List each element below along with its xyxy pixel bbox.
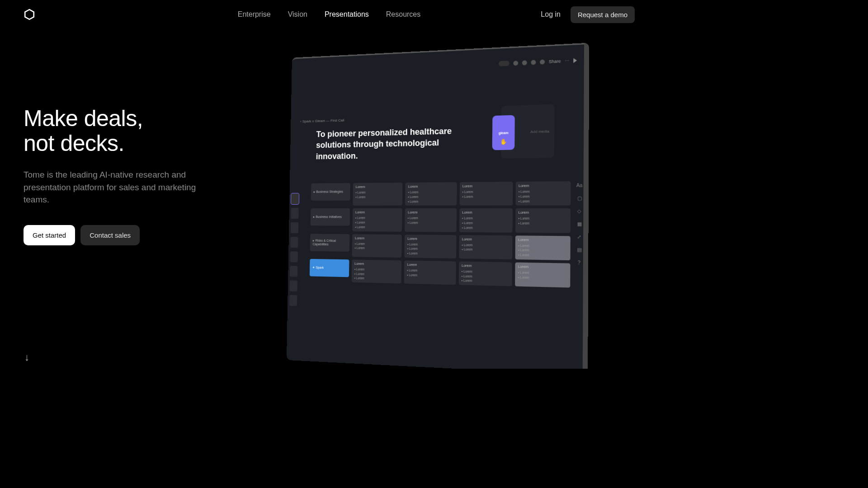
- hero-headline: Make deals, not decks.: [24, 106, 213, 156]
- grid-cell[interactable]: LoremLoremLoremLorem: [352, 208, 402, 231]
- hero-subhead: Tome is the leading AI-native research a…: [24, 169, 213, 206]
- row-label[interactable]: ▸ Business Strategies: [311, 183, 350, 201]
- strategy-grid: ▸ Business StrategiesLoremLoremLoremLore…: [309, 181, 571, 291]
- logo[interactable]: [24, 9, 35, 20]
- thumb[interactable]: [289, 280, 297, 291]
- device-mockup: Share ⋯ Spark x Gleam — First Call To pi…: [287, 43, 589, 369]
- breadcrumb[interactable]: Spark x Gleam — First Call: [300, 118, 344, 124]
- nav-links: Enterprise Vision Presentations Resource…: [238, 10, 421, 19]
- row-label[interactable]: ▸ Risks & Critical Capabilities: [310, 234, 350, 252]
- login-link[interactable]: Log in: [541, 10, 561, 19]
- grid-cell[interactable]: LoremLoremLorem: [515, 208, 571, 233]
- thumb[interactable]: [289, 295, 297, 306]
- grid-cell[interactable]: LoremLoremLoremLorem: [459, 208, 512, 232]
- grid-cell[interactable]: LoremLoremLorem: [353, 183, 402, 206]
- media-slot[interactable]: gleam ✋ Add media: [501, 104, 555, 159]
- right-toolbar: Aa ▢ ◇ ▦ ⤢ ▤ ?: [576, 182, 582, 266]
- slide-title: To pioneer personalized healthcare solut…: [316, 125, 466, 162]
- topbar-icon: [531, 60, 536, 65]
- slide-thumbnails: [289, 193, 303, 306]
- nav-link-resources[interactable]: Resources: [386, 10, 420, 19]
- topbar-icon: [522, 60, 527, 65]
- grab-cursor-icon: ✋: [500, 138, 507, 145]
- request-demo-button[interactable]: Request a demo: [571, 6, 635, 23]
- text-tool-icon[interactable]: Aa: [576, 182, 583, 188]
- topbar-icon: [540, 59, 545, 64]
- hero-headline-line2: not decks.: [24, 131, 124, 156]
- nav-link-vision[interactable]: Vision: [288, 10, 307, 19]
- nav-link-presentations[interactable]: Presentations: [325, 10, 369, 19]
- contact-sales-button[interactable]: Contact sales: [80, 225, 140, 245]
- grid-tool-icon[interactable]: ▤: [576, 247, 582, 253]
- table-tool-icon[interactable]: ▦: [576, 221, 582, 226]
- grid-cell[interactable]: LoremLoremLorem: [352, 234, 402, 258]
- get-started-button[interactable]: Get started: [24, 225, 75, 245]
- grid-cell[interactable]: LoremLoremLorem: [515, 262, 571, 287]
- row-label[interactable]: ▸ Business Initiatives: [311, 208, 350, 226]
- grid-cell[interactable]: LoremLoremLoremLorem: [515, 235, 571, 260]
- hero-cta: Get started Contact sales: [24, 225, 213, 245]
- scroll-down-icon[interactable]: ↓: [24, 352, 29, 363]
- grid-cell[interactable]: LoremLoremLorem: [405, 208, 456, 232]
- thumb[interactable]: [290, 251, 298, 262]
- grid-cell[interactable]: LoremLoremLoremLorem: [405, 235, 456, 258]
- grid-cell[interactable]: LoremLoremLorem: [459, 182, 513, 206]
- grid-cell[interactable]: LoremLoremLorem: [404, 260, 456, 285]
- app-topbar: Share ⋯: [499, 57, 577, 66]
- grid-cell[interactable]: LoremLoremLoremLorem: [405, 182, 457, 206]
- add-media-label: Add media: [530, 129, 549, 134]
- top-nav: Enterprise Vision Presentations Resource…: [0, 0, 658, 29]
- thumb[interactable]: [291, 208, 298, 219]
- hero-headline-line1: Make deals,: [24, 106, 143, 131]
- app-screenshot: Share ⋯ Spark x Gleam — First Call To pi…: [287, 44, 584, 369]
- grid-cell[interactable]: LoremLoremLoremLorem: [458, 261, 512, 286]
- thumb[interactable]: [290, 266, 297, 277]
- topbar-icon: [513, 61, 518, 66]
- avatar-stack-icon: [499, 61, 509, 66]
- thumb[interactable]: [291, 222, 298, 233]
- thumb[interactable]: [291, 193, 299, 204]
- nav-link-enterprise[interactable]: Enterprise: [238, 10, 271, 19]
- grid-cell[interactable]: LoremLoremLoremLorem: [352, 259, 402, 283]
- row-label[interactable]: ✦ Spark: [310, 259, 349, 277]
- chart-tool-icon[interactable]: ⤢: [576, 234, 582, 239]
- help-icon[interactable]: ?: [576, 259, 582, 265]
- svg-marker-0: [25, 9, 34, 19]
- image-tool-icon[interactable]: ▢: [576, 195, 583, 201]
- hero: Make deals, not decks. Tome is the leadi…: [24, 106, 213, 245]
- more-icon[interactable]: ⋯: [565, 58, 569, 63]
- thumb[interactable]: [290, 237, 298, 248]
- shape-tool-icon[interactable]: ◇: [576, 208, 582, 214]
- media-card[interactable]: gleam ✋: [492, 115, 515, 150]
- media-card-label: gleam: [499, 131, 509, 135]
- nav-right: Log in Request a demo: [541, 6, 635, 23]
- play-icon[interactable]: [573, 58, 577, 63]
- grid-cell[interactable]: LoremLoremLorem: [459, 235, 512, 259]
- grid-cell[interactable]: LoremLoremLoremLorem: [515, 181, 571, 206]
- share-label[interactable]: Share: [549, 58, 561, 64]
